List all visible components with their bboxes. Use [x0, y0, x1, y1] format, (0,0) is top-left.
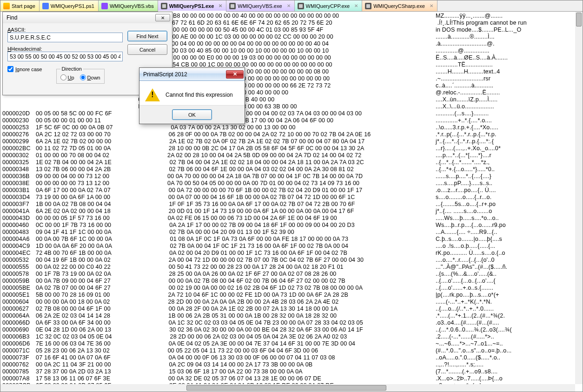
tab-wmiqueryvbs-exe[interactable]: WMIQueryVBS.exe✕ — [226, 0, 294, 11]
tab-wmiquerycsharp-exe[interactable]: WMIQueryCSharp.exe✕ — [362, 0, 437, 11]
file-icon — [298, 3, 304, 9]
hex-input[interactable] — [7, 52, 123, 61]
hex-row: 000004EC72 4B 00 70 6F 1B 00 00 0A 0A 02… — [2, 250, 573, 257]
file-icon — [161, 3, 167, 9]
cancel-button[interactable]: Cancel — [127, 44, 167, 55]
hex-row: 0000043D00 00 00 05 1F 57 73 16 00 0A 02… — [2, 215, 573, 222]
hex-row: 000006900E 04 28 1D 00 06 2A 00 13 30 02… — [2, 326, 573, 333]
hex-row: 0000071C05 28 23 00 06 2A 13 30 02 00 05… — [2, 347, 573, 354]
find-titlebar[interactable]: Find ✕ — [3, 12, 172, 23]
hex-row: 000002760A 2C 12 02 72 03 00 00 70 06 28… — [2, 131, 573, 138]
hex-row: E8 5A 00 00 70 03 00 00 00 00 00 67 73 0… — [2, 103, 573, 110]
direction-up[interactable]: Up — [60, 74, 74, 80]
tab-label: Start page — [12, 3, 35, 9]
ascii-input[interactable] — [7, 33, 123, 42]
file-icon — [229, 3, 236, 9]
hex-row: 0000076200 0A 2C 11 04 3F 21 00 00 0A 2C… — [2, 361, 573, 368]
tab-close-icon[interactable]: ✕ — [354, 3, 358, 8]
hex-row: 000006B31C 32 0C 02 03 04 05 0E 04 28 2D… — [2, 333, 573, 340]
file-icon — [3, 3, 10, 9]
tab-label: WMIQueryPS1.exe — [169, 3, 214, 9]
ok-button[interactable]: OK — [172, 109, 212, 120]
hex-row: 000003D473 19 00 00 0A 6F 1A 00 00 00 0A… — [2, 194, 573, 201]
hex-row: 0000023000 05 00 00 01 00 00 11 0A 06 0B… — [2, 117, 573, 124]
message-box: PrimalScript 2012 ✕ Cannot find this exp… — [139, 67, 245, 124]
find-next-button[interactable]: Find Next — [127, 31, 167, 41]
tab-label: WMIQueryCPP.exe — [306, 3, 350, 9]
ignore-case-checkbox[interactable]: Ignore case — [7, 66, 42, 72]
hex-row: 0000020D00 05 00 58 5C 00 00 FC 6F 00 00… — [2, 110, 573, 117]
hex-row: 0000036B09 00 00 04 00 00 73 12 00 00 0A… — [2, 173, 573, 180]
hex-row: 0000078537 28 37 00 0A 2D 03 2A 13 15 03… — [2, 368, 573, 375]
tab-close-icon[interactable]: ✕ — [219, 3, 222, 8]
hex-row: 000004A600 0A 00 7B 6F 1C 00 00 0A 01 08… — [2, 236, 573, 243]
hex-row: 000004C91D 00 0A 0A 6F 20 00 0A 0A 02 7B… — [2, 243, 573, 250]
warning-icon — [145, 88, 160, 101]
hex-row: 0000055500 0A 02 22 00 00 C0 40 22 00 50… — [2, 264, 573, 271]
hex-row: 0E 00 10 CC 00 00 00 02 00 05 00 C4 2B 4… — [2, 96, 573, 103]
msgbox-close-icon[interactable]: ✕ — [226, 70, 244, 79]
hex-row: 0000066D0A 6F 33 00 0A 6F 34 00 00 0A 1C… — [2, 319, 573, 326]
tab-wmiqueryps1-exe[interactable]: WMIQueryPS1.exe✕ — [158, 0, 227, 11]
hex-row: 0000059B00 0A 7B 09 00 00 04 6F 27 00 00… — [2, 278, 573, 285]
hex-row: 0000060400 00 00 0A 00 18 00 0A 02 28 2D… — [2, 299, 573, 306]
hex-row: 000006D67E 16 00 06 03 04 7E 36 00 0A 0E… — [2, 340, 573, 347]
tab-wmiquerycpp-exe[interactable]: WMIQueryCPP.exe✕ — [295, 0, 363, 11]
hex-row: 0000030201 00 00 00 70 08 00 04 02 2A 02… — [2, 152, 573, 159]
hex-row: 0000038E00 00 00 00 00 73 13 12 00 0A 70… — [2, 180, 573, 187]
hex-row: 000004600C 00 00 1F 7B 73 16 00 00 0A 2A… — [2, 222, 573, 229]
ignore-case-input[interactable] — [7, 66, 13, 72]
ascii-label: AASCII: — [7, 27, 123, 33]
hex-row: 000003F71B 00 0A 02 7B 08 00 04 04 1F 0F… — [2, 201, 573, 208]
file-icon — [101, 3, 108, 9]
tab-strip: Start pageWMIQueryPS1.ps1WMIQueryVBS.vbs… — [0, 0, 583, 12]
msgbox-titlebar[interactable]: PrimalScript 2012 ✕ — [139, 68, 245, 81]
tab-close-icon[interactable]: ✕ — [287, 3, 291, 8]
file-icon — [365, 3, 371, 9]
direction-group: Direction Up Down — [56, 66, 105, 84]
hex-row: 0000048309 04 1F 41 1F 1C 00 00 0A 02 7B… — [2, 229, 573, 236]
hex-row: 0000057800 1F 7B 73 19 00 0A 02 0A 28 25… — [2, 271, 573, 278]
hex-row: 0000053200 04 19 6F 1B 00 00 0A 02 2A 00… — [2, 257, 573, 264]
hex-row: 0000034813 02 7B 06 00 00 04 2A 2B 02 7B… — [2, 166, 573, 173]
hex-row: 0000073F07 16 6F 41 00 0A 07 0A 6F 0A 04… — [2, 354, 573, 361]
tab-start-page[interactable]: Start page — [0, 0, 40, 11]
msgbox-text: Cannot find this expression — [166, 92, 233, 98]
hex-row: 000003B10A 6F 17 00 00 0A 02 7A 07 00 0A… — [2, 187, 573, 194]
hex-row: 0000062702 7B 08 00 00 04 6F 1F 00 00 0A… — [2, 306, 573, 312]
direction-label: Direction — [60, 66, 83, 72]
tab-wmiqueryvbs-vbs[interactable]: WMIQueryVBS.vbs — [99, 0, 158, 11]
find-title-text: Find — [7, 14, 17, 21]
hex-row: 0000041A6A 2E 02 0A 02 00 00 04 18 20 0D… — [2, 208, 573, 215]
hex-row: 000002531F 5C 6F 0C 00 00 0A 0B 07 0A 03… — [2, 124, 573, 131]
hex-row: 000003251E 02 7B 04 00 00 04 2A 1E 02 7B… — [2, 159, 573, 166]
hex-label: HHexadecimal: — [7, 46, 123, 52]
file-icon — [42, 3, 49, 9]
close-icon[interactable]: ✕ — [155, 14, 170, 21]
msgbox-title: PrimalScript 2012 — [143, 71, 187, 78]
hex-row: 000002996A 2A 1E 02 7B 02 00 00 00 2A 1E… — [2, 138, 573, 145]
hex-row: 000007A817 58 13 06 11 06 07 6F 3E 00 0A… — [2, 375, 573, 382]
hex-row: 000005BE0A 02 7B 07 00 00 04 6F 27 00 02… — [2, 285, 573, 292]
hex-row: 0000064A06 2A 2E 02 03 04 14 14 28 1B 00… — [2, 312, 573, 319]
tab-close-icon[interactable]: ✕ — [430, 3, 433, 8]
scrollbar-horizontal[interactable] — [0, 384, 575, 392]
tab-label: WMIQueryPS1.ps1 — [51, 3, 94, 9]
tab-label: WMIQueryCSharp.exe — [373, 3, 425, 9]
tab-label: WMIQueryVBS.vbs — [110, 3, 154, 9]
hex-row: 000005E15B 00 00 70 28 16 09 01 00 2A 72… — [2, 292, 573, 299]
hex-row: 000002BC00 11 02 72 7D 05 01 00 0A 28 10… — [2, 145, 573, 152]
direction-down[interactable]: Down — [80, 74, 100, 80]
tab-wmiqueryps1-ps1[interactable]: WMIQueryPS1.ps1 — [40, 0, 99, 11]
scrollbar-vertical[interactable] — [575, 12, 583, 384]
tab-label: WMIQueryVBS.exe — [238, 3, 282, 9]
